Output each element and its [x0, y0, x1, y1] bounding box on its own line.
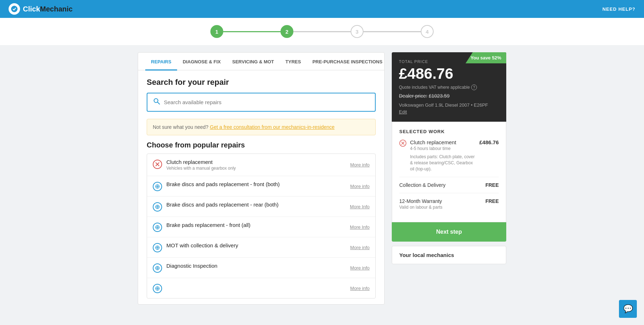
repair-name-clutch: Clutch replacement — [166, 159, 236, 165]
local-mechanics-title: Your local mechanics — [399, 252, 499, 258]
chat-button[interactable]: 💬 — [619, 300, 637, 318]
free-consultation-link[interactable]: Get a free consultation from our mechani… — [210, 124, 335, 130]
repair-item-diagnostic[interactable]: Diagnostic Inspection More info — [147, 258, 375, 278]
more-info-extra[interactable]: More info — [350, 286, 370, 291]
dealer-price: Dealer price: £1023.59 — [399, 93, 499, 99]
warranty-label: 12-Month Warranty — [399, 198, 443, 204]
search-input[interactable] — [164, 99, 369, 105]
work-remove-icon[interactable] — [399, 140, 406, 149]
search-box — [147, 93, 376, 112]
work-price-clutch: £486.76 — [479, 139, 499, 145]
tab-diagnose[interactable]: DIAGNOSE & FIX — [177, 53, 226, 71]
more-info-brake-front[interactable]: More info — [350, 184, 370, 189]
repair-icon-brake-front — [153, 182, 162, 191]
collection-delivery-label: Collection & Delivery — [399, 182, 445, 188]
repair-icon-extra — [153, 284, 162, 293]
info-banner-text: Not sure what you need? — [153, 124, 209, 130]
svg-line-2 — [158, 102, 160, 105]
repair-name-brake-rear: Brake discs and pads replacement - rear … — [166, 202, 278, 208]
main-content: REPAIRS DIAGNOSE & FIX SERVICING & MOT T… — [72, 45, 572, 312]
left-panel: REPAIRS DIAGNOSE & FIX SERVICING & MOT T… — [138, 52, 385, 305]
logo-text: ClickMechanic — [23, 5, 73, 13]
repair-name-brake-front: Brake discs and pads replacement - front… — [166, 181, 280, 187]
price-card: You save 52% TOTAL PRICE £486.76 Quote i… — [392, 52, 506, 122]
search-section: Search for your repair — [138, 71, 384, 119]
header: ClickMechanic NEED HELP? — [0, 0, 644, 18]
work-name-clutch: Clutch replacement — [410, 139, 476, 145]
local-mechanics-card: Your local mechanics — [392, 246, 506, 264]
repair-item-clutch[interactable]: Clutch replacement Vehicles with a manua… — [147, 154, 375, 176]
repair-list: Clutch replacement Vehicles with a manua… — [147, 154, 376, 299]
step-3[interactable]: 3 — [351, 25, 364, 38]
repair-icon-mot — [153, 243, 162, 252]
more-info-brake-rear[interactable]: More Info — [350, 204, 370, 209]
total-price: £486.76 — [399, 65, 499, 82]
step-1[interactable]: 1 — [210, 25, 223, 38]
work-item-clutch: Clutch replacement 4-5 hours labour time… — [399, 139, 499, 172]
selected-work-card: SELECTED WORK Clutch replacement 4-5 hou… — [392, 122, 506, 222]
vat-note: Quote includes VAT where applicable ? — [399, 84, 499, 90]
warranty-value: FREE — [486, 198, 499, 204]
tab-prepurchase[interactable]: PRE-PURCHASE INSPECTIONS — [307, 53, 385, 71]
repair-name-brakepads-front: Brake pads replacement - front (all) — [166, 222, 250, 228]
repair-item-extra[interactable]: More info — [147, 278, 375, 298]
divider-1 — [399, 177, 499, 177]
warranty: 12-Month Warranty Valid on labour & part… — [399, 198, 499, 210]
repair-info-clutch: Clutch replacement Vehicles with a manua… — [166, 159, 236, 171]
work-includes-clutch: Includes parts: Clutch plate, cover & re… — [410, 154, 476, 172]
step-2[interactable]: 2 — [280, 25, 293, 38]
work-time-clutch: 4-5 hours labour time — [410, 146, 476, 151]
logo-icon — [9, 3, 20, 15]
repair-left-clutch: Clutch replacement Vehicles with a manua… — [153, 159, 236, 171]
search-title: Search for your repair — [147, 78, 376, 87]
next-step-button[interactable]: Next step — [392, 222, 506, 242]
collection-delivery: Collection & Delivery FREE — [399, 182, 499, 188]
svg-point-0 — [11, 6, 18, 12]
progress-bar: 1 2 3 4 — [0, 18, 644, 45]
more-info-brakepads-front[interactable]: More Info — [350, 224, 370, 230]
tabs: REPAIRS DIAGNOSE & FIX SERVICING & MOT T… — [138, 53, 384, 71]
more-info-clutch[interactable]: More info — [350, 162, 370, 168]
step-line-1 — [223, 31, 280, 32]
popular-title: Choose from popular repairs — [147, 141, 376, 149]
tab-repairs[interactable]: REPAIRS — [145, 53, 177, 71]
progress-steps: 1 2 3 4 — [210, 25, 434, 38]
popular-section: Choose from popular repairs Clutch repla… — [138, 141, 384, 304]
warranty-sub: Valid on labour & parts — [399, 205, 443, 210]
repair-icon-clutch — [153, 160, 162, 169]
collection-delivery-value: FREE — [486, 182, 499, 188]
need-help-text[interactable]: NEED HELP? — [602, 6, 635, 12]
repair-icon-brakepads-front — [153, 223, 162, 232]
repair-item-brake-front[interactable]: Brake discs and pads replacement - front… — [147, 176, 375, 197]
repair-item-brake-rear[interactable]: Brake discs and pads replacement - rear … — [147, 197, 375, 217]
repair-item-brakepads-front[interactable]: Brake pads replacement - front (all) Mor… — [147, 217, 375, 237]
vehicle-info: Volkswagen Golf 1.9L Diesel 2007 • E26PF — [399, 102, 499, 108]
step-line-3 — [364, 31, 421, 32]
repair-name-diagnostic: Diagnostic Inspection — [166, 263, 218, 269]
step-line-2 — [293, 31, 351, 32]
logo: ClickMechanic — [9, 3, 73, 15]
repair-icon-diagnostic — [153, 263, 162, 273]
divider-2 — [399, 193, 499, 193]
tab-servicing[interactable]: SERVICING & MOT — [226, 53, 280, 71]
tab-tyres[interactable]: TYRES — [280, 53, 307, 71]
right-panel: You save 52% TOTAL PRICE £486.76 Quote i… — [392, 52, 506, 305]
edit-vehicle-link[interactable]: Edit — [399, 109, 499, 115]
step-4[interactable]: 4 — [421, 25, 434, 38]
more-info-mot[interactable]: More info — [350, 245, 370, 250]
selected-work-title: SELECTED WORK — [399, 129, 499, 134]
work-details-clutch: Clutch replacement 4-5 hours labour time… — [410, 139, 476, 172]
vat-info-icon: ? — [471, 84, 477, 90]
repair-item-mot[interactable]: MOT with collection & delivery More info — [147, 237, 375, 258]
info-banner: Not sure what you need? Get a free consu… — [147, 119, 376, 135]
repair-name-mot: MOT with collection & delivery — [166, 242, 238, 248]
repair-sub-clutch: Vehicles with a manual gearbox only — [166, 166, 236, 171]
search-icon — [153, 98, 160, 107]
repair-icon-brake-rear — [153, 202, 162, 212]
more-info-diagnostic[interactable]: More info — [350, 265, 370, 271]
save-badge: You save 52% — [465, 52, 506, 63]
